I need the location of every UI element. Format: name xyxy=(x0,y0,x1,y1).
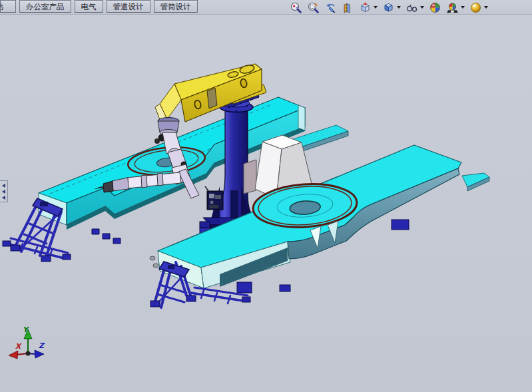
zoom-fit-icon xyxy=(290,1,302,14)
color-sphere-icon xyxy=(429,1,441,14)
dropdown-caret[interactable] xyxy=(484,6,488,9)
zoom-to-area-button[interactable] xyxy=(307,1,320,14)
shaded-cube-icon xyxy=(382,1,395,14)
eyeglasses-icon xyxy=(405,1,418,14)
gold-sphere-icon xyxy=(469,1,482,14)
collapse-arrow-icon xyxy=(2,196,5,200)
tab-piping-design[interactable]: 管道设计 xyxy=(107,0,150,13)
viewport-3d[interactable]: X Y Z xyxy=(0,0,532,392)
dropdown-caret[interactable] xyxy=(397,6,401,9)
dropdown-caret[interactable] xyxy=(461,6,465,9)
display-style-button[interactable] xyxy=(382,1,401,14)
apply-scene-button[interactable] xyxy=(446,1,465,14)
previous-view-icon xyxy=(324,1,337,14)
zoom-to-fit-button[interactable] xyxy=(290,1,302,14)
hide-show-items-button[interactable] xyxy=(405,1,424,14)
gray-box[interactable] xyxy=(244,160,256,194)
previous-view-button[interactable] xyxy=(324,1,337,14)
view-settings-button[interactable] xyxy=(469,1,488,14)
application-window: X Y Z 估 办公室产品 电气 管道设计 管筒设计 xyxy=(0,0,532,392)
tab-electrical[interactable]: 电气 xyxy=(75,0,103,13)
tab-office-products[interactable]: 办公室产品 xyxy=(19,0,71,13)
scene-sphere-icon xyxy=(446,1,459,14)
edit-appearance-button[interactable] xyxy=(429,1,441,14)
tab-partial-label: 估 xyxy=(0,1,4,12)
tab-tubing-design[interactable]: 管筒设计 xyxy=(154,0,198,13)
zoom-area-icon xyxy=(307,1,320,14)
dropdown-caret[interactable] xyxy=(374,6,378,9)
dropdown-caret[interactable] xyxy=(420,6,424,9)
view-orientation-button[interactable] xyxy=(359,1,378,14)
tab-partial[interactable]: 估 xyxy=(0,0,16,13)
collapse-arrow-icon xyxy=(2,184,5,188)
heads-up-view-toolbar xyxy=(290,1,488,14)
view-cube-icon xyxy=(359,1,372,14)
section-view-icon xyxy=(342,1,354,14)
section-view-button[interactable] xyxy=(342,1,354,14)
collapse-arrow-icon xyxy=(2,190,5,194)
panel-splitter-handle[interactable] xyxy=(0,180,8,202)
